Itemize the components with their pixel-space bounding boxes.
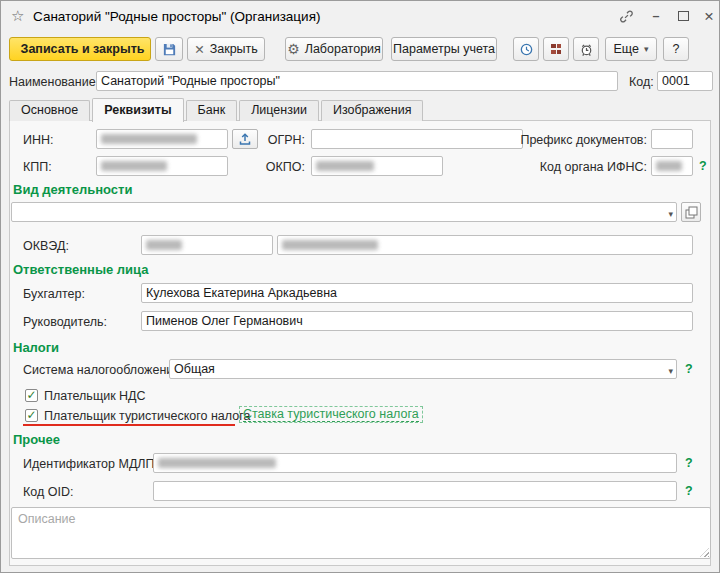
check-icon: ✓ [26, 390, 36, 400]
accountant-input[interactable] [141, 283, 693, 303]
okpo-input[interactable] [311, 156, 443, 176]
tax-system-help-link[interactable]: ? [685, 362, 693, 376]
more-label: Еще [614, 42, 639, 56]
ogrn-label: ОГРН: [247, 132, 305, 148]
organization-card-window: ☆ Санаторий "Родные просторы" (Организац… [0, 0, 720, 573]
tab-main[interactable]: Основное [9, 100, 90, 121]
tab-images[interactable]: Изображения [321, 100, 424, 121]
tax-system-combobox[interactable]: Общая ▾ [169, 359, 677, 379]
redacted-value [282, 240, 378, 250]
close-x-icon: ✕ [194, 42, 204, 57]
tourist-tax-payer-label: Плательщик туристического налога [44, 408, 250, 424]
doc-prefix-input[interactable] [651, 129, 693, 149]
mdlp-help-link[interactable]: ? [685, 456, 693, 470]
tab-strip: Основное Реквизиты Банк Лицензии Изображ… [9, 98, 425, 121]
inn-label: ИНН: [23, 132, 54, 148]
close-window-button[interactable]: ✕ [698, 7, 720, 25]
doc-prefix-label: Префикс документов: [513, 132, 647, 148]
kpp-label: КПП: [23, 159, 52, 175]
name-label: Наименование: [9, 74, 99, 90]
help-button[interactable]: ? [663, 37, 689, 61]
dropdown-arrow-icon[interactable]: ▾ [668, 363, 673, 379]
tab-bank[interactable]: Банк [186, 100, 238, 121]
files-button[interactable] [543, 37, 569, 61]
description-textarea[interactable] [11, 507, 711, 559]
alarm-clock-icon [579, 42, 594, 57]
window-title: Санаторий "Родные просторы" (Организация… [33, 9, 320, 24]
responsible-section-header: Ответственные лица [13, 262, 148, 277]
redacted-value [101, 161, 167, 171]
kpp-input[interactable] [96, 156, 228, 176]
files-icon [549, 42, 563, 56]
activity-open-button[interactable] [681, 202, 701, 222]
tourist-tax-rate-link[interactable]: Ставка туристического налога [239, 406, 423, 423]
help-label: ? [673, 42, 680, 56]
accounting-params-button[interactable]: Параметры учета [391, 37, 497, 61]
vat-payer-label: Плательщик НДС [44, 388, 146, 404]
minimize-button[interactable]: – [645, 7, 667, 25]
more-button[interactable]: Еще ▾ [605, 37, 657, 61]
chevron-down-icon: ▾ [644, 44, 649, 54]
ifns-code-input[interactable] [651, 156, 693, 176]
oid-help-link[interactable]: ? [685, 484, 693, 498]
vat-payer-checkbox[interactable]: ✓ [25, 389, 38, 402]
link-icon [619, 9, 634, 24]
redacted-value [101, 134, 197, 144]
laboratory-label: Лаборатория [305, 42, 381, 56]
accounting-params-label: Параметры учета [393, 42, 495, 56]
other-section-header: Прочее [13, 432, 60, 447]
dropdown-arrow-icon[interactable]: ▾ [668, 206, 673, 222]
mdlp-label: Идентификатор МДЛП: [23, 456, 158, 472]
okved-label: ОКВЭД: [23, 238, 69, 254]
maximize-button[interactable] [672, 7, 694, 25]
taxes-section-header: Налоги [13, 340, 59, 355]
close-form-label: Закрыть [210, 42, 258, 56]
name-input[interactable] [96, 71, 618, 91]
redacted-value [316, 161, 374, 171]
tab-licenses[interactable]: Лицензии [239, 100, 319, 121]
redacted-value [158, 458, 276, 468]
activity-combobox[interactable]: ▾ [11, 202, 677, 222]
tax-system-label: Система налогообложения: [23, 362, 184, 378]
mdlp-input[interactable] [153, 453, 677, 473]
okved-code-input[interactable] [141, 235, 273, 255]
history-icon [519, 42, 534, 57]
open-list-icon [685, 206, 698, 219]
manager-label: Руководитель: [23, 314, 107, 330]
red-underline [23, 424, 235, 426]
ogrn-input[interactable] [311, 129, 523, 149]
minimize-icon: – [653, 9, 660, 23]
reminder-button[interactable] [573, 37, 599, 61]
oid-input[interactable] [153, 481, 677, 501]
tourist-tax-rate-link-label: Ставка туристического налога [243, 407, 419, 422]
redacted-value [146, 240, 182, 250]
inn-input[interactable] [96, 129, 228, 149]
floppy-icon [162, 42, 177, 57]
save-and-close-button[interactable]: Записать и закрыть [9, 37, 151, 61]
check-icon: ✓ [26, 410, 36, 420]
tourist-tax-payer-checkbox[interactable]: ✓ [25, 409, 38, 422]
laboratory-button[interactable]: ⚙ Лаборатория [285, 37, 383, 61]
code-input[interactable] [657, 71, 713, 91]
close-icon: ✕ [704, 9, 714, 24]
ifns-code-label: Код органа ИФНС: [513, 159, 647, 175]
accountant-label: Бухгалтер: [23, 286, 85, 302]
activity-section-header: Вид деятельности [13, 182, 132, 197]
close-form-button[interactable]: ✕ Закрыть [187, 37, 265, 61]
history-button[interactable] [513, 37, 539, 61]
manager-input[interactable] [141, 311, 693, 331]
save-and-close-label: Записать и закрыть [21, 42, 145, 56]
okpo-label: ОКПО: [247, 159, 305, 175]
get-link-button[interactable] [615, 7, 637, 25]
favorite-star-icon[interactable]: ☆ [11, 7, 24, 25]
redacted-value [656, 161, 682, 171]
maximize-icon [678, 11, 689, 21]
save-button[interactable] [155, 37, 183, 61]
tab-requisites[interactable]: Реквизиты [92, 98, 183, 122]
tax-system-value: Общая [174, 361, 215, 377]
code-label: Код: [629, 74, 654, 90]
gear-icon: ⚙ [287, 41, 300, 57]
okved-name-input[interactable] [277, 235, 693, 255]
ifns-help-link[interactable]: ? [699, 159, 707, 173]
oid-label: Код OID: [23, 484, 73, 500]
